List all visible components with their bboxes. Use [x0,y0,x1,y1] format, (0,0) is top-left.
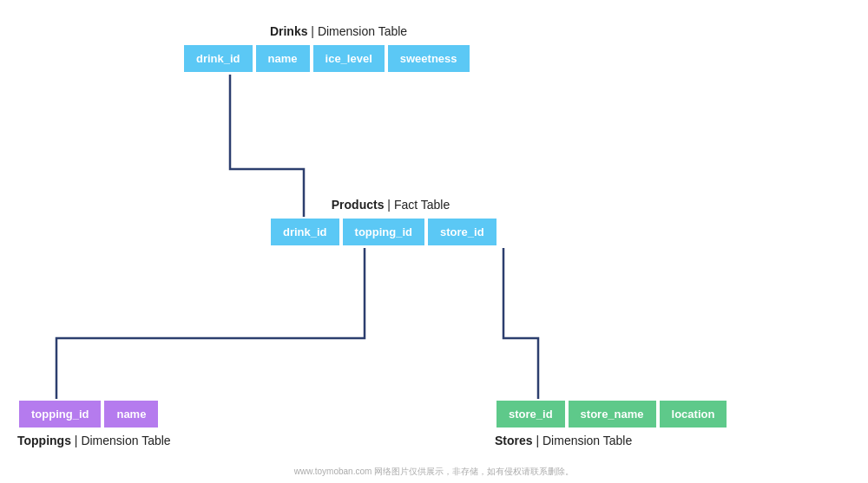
watermark: www.toymoban.com 网络图片仅供展示，非存储，如有侵权请联系删除。 [0,466,868,478]
toppings-table: topping_id name [17,399,160,429]
drinks-col-name: name [254,43,312,74]
toppings-col-name: name [102,399,160,429]
drinks-col-sweetness: sweetness [386,43,471,74]
products-label: Products | Fact Table [260,198,521,212]
products-col-topping_id: topping_id [341,217,426,247]
drinks-label: Drinks | Dimension Table [182,24,495,38]
toppings-col-topping_id: topping_id [17,399,102,429]
drinks-table: drink_id name ice_level sweetness [182,43,471,74]
stores-label: Stores | Dimension Table [495,434,773,447]
diagram-container: Drinks | Dimension Table drink_id name i… [0,0,868,483]
products-col-store_id: store_id [426,217,498,247]
drinks-col-drink_id: drink_id [182,43,254,74]
stores-table: store_id store_name location [495,399,728,429]
stores-col-store_name: store_name [567,399,658,429]
stores-col-store_id: store_id [495,399,567,429]
toppings-label: Toppings | Dimension Table [17,434,208,447]
products-table: drink_id topping_id store_id [269,217,498,247]
stores-col-location: location [658,399,729,429]
products-col-drink_id: drink_id [269,217,341,247]
drinks-col-ice_level: ice_level [312,43,386,74]
